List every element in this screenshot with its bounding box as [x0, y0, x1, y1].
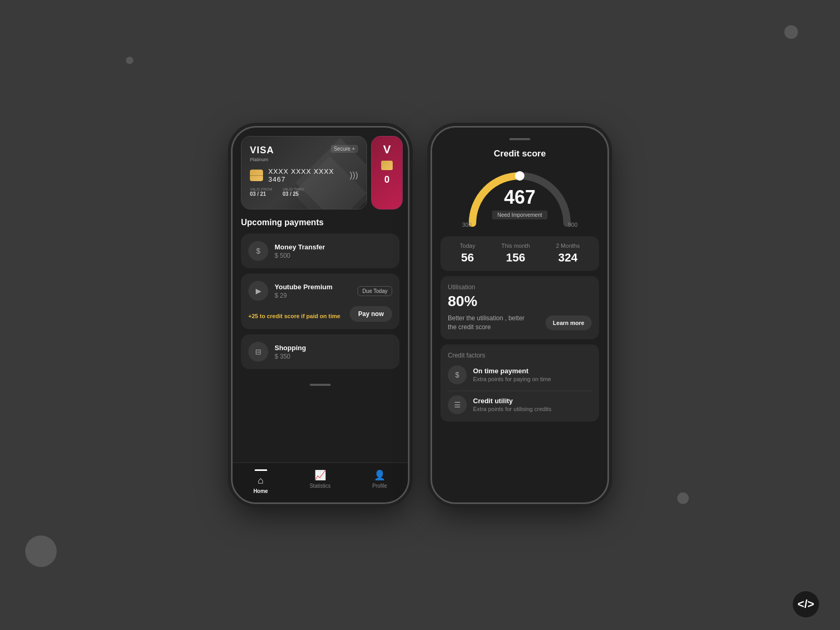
gauge-score-area: 467 Need Imporvement	[492, 192, 547, 219]
stat-2months-period: 2 Months	[556, 243, 580, 249]
stat-month-period: This month	[501, 243, 530, 249]
visa-brand: VISA Platinum	[250, 145, 274, 162]
credit-factors-title: Credit factors	[448, 352, 592, 359]
credit-score-label: Need Imporvement	[492, 211, 547, 219]
scroll-bar	[310, 384, 331, 386]
nav-item-home[interactable]: ⌂ Home	[254, 469, 268, 494]
nav-item-profile[interactable]: 👤 Profile	[372, 469, 387, 494]
on-time-payment-info: On time payment Extra points for paying …	[473, 367, 551, 382]
utilisation-card: Utilisation 80% Better the utilisation ,…	[440, 276, 599, 339]
youtube-pay-row: +25 to credit score if paid on time Pay …	[248, 306, 392, 322]
on-time-payment-desc: Extra points for paying on time	[473, 376, 551, 382]
upcoming-section: Upcoming payments $ Money Transfer $ 500…	[233, 209, 408, 463]
left-phone-screen: VISA Platinum Secure + XXXX XXXX XXXX 34…	[233, 128, 408, 502]
stat-month-value: 156	[506, 251, 526, 265]
bottom-nav: ⌂ Home 📈 Statistics 👤 Profile	[233, 463, 408, 502]
stats-row: Today 56 This month 156 2 Months 324	[440, 236, 599, 271]
stat-2-months: 2 Months 324	[556, 243, 580, 265]
money-transfer-name: Money Transfer	[275, 243, 392, 251]
payment-item-money-transfer: $ Money Transfer $ 500	[241, 234, 400, 268]
second-card-letter: V	[383, 143, 391, 156]
upcoming-title: Upcoming payments	[241, 218, 400, 227]
shopping-amount: $ 350	[275, 353, 392, 360]
card-valid-from: VALID FROM 03 / 21	[250, 187, 272, 197]
money-transfer-icon: $	[248, 241, 268, 261]
deco-circle-4	[677, 492, 689, 504]
utilisation-description: Better the utilisation , better the cred…	[448, 314, 532, 332]
right-phone-screen: Credit score 467 Need Imporvement	[432, 128, 607, 502]
second-card-chip	[381, 161, 393, 170]
visa-logo-text: VISA	[250, 145, 274, 156]
payment-row-2: ▶ Youtube Premium $ 29 Due Today	[248, 281, 392, 301]
left-phone: VISA Platinum Secure + XXXX XXXX XXXX 34…	[231, 126, 410, 504]
money-transfer-info: Money Transfer $ 500	[275, 243, 392, 259]
credit-utility-name: Credit utility	[473, 397, 551, 405]
card-area: VISA Platinum Secure + XXXX XXXX XXXX 34…	[233, 128, 408, 209]
credit-boost-label: to credit score if paid on time	[260, 313, 340, 319]
factor-item-credit-utility: ☰ Credit utility Extra points for utilis…	[448, 395, 592, 414]
youtube-icon: ▶	[248, 281, 268, 301]
utilisation-percent: 80%	[448, 293, 592, 310]
right-phone: Credit score 467 Need Imporvement	[430, 126, 609, 504]
deco-circle-3	[25, 536, 57, 567]
home-active-indicator	[255, 469, 267, 471]
valid-from-value: 03 / 21	[250, 191, 272, 197]
profile-icon: 👤	[374, 469, 385, 481]
payment-row-3: ⊟ Shopping $ 350	[248, 342, 392, 362]
factor-divider	[448, 391, 592, 391]
utilisation-desc-row: Better the utilisation , better the cred…	[448, 314, 592, 332]
credit-utility-info: Credit utility Extra points for utilisin…	[473, 397, 551, 412]
right-screen-content: Credit score 467 Need Imporvement	[432, 128, 607, 502]
valid-from-label: VALID FROM	[250, 187, 272, 191]
stat-today: Today 56	[460, 243, 475, 265]
visa-subtitle: Platinum	[250, 157, 274, 162]
gauge-min: 300	[462, 222, 471, 228]
learn-more-button[interactable]: Learn more	[545, 316, 592, 330]
stat-today-value: 56	[461, 251, 474, 265]
shopping-name: Shopping	[275, 344, 392, 352]
factor-item-on-time: $ On time payment Extra points for payin…	[448, 365, 592, 384]
deco-circle-2	[784, 25, 798, 39]
profile-label: Profile	[372, 483, 387, 489]
credit-boost-text: +25 to credit score if paid on time	[248, 313, 340, 319]
statistics-label: Statistics	[310, 483, 331, 489]
youtube-info: Youtube Premium $ 29	[275, 283, 351, 299]
phones-container: VISA Platinum Secure + XXXX XXXX XXXX 34…	[231, 126, 609, 504]
statistics-icon: 📈	[314, 469, 326, 481]
deco-circle-1	[126, 57, 133, 64]
scroll-indicator	[241, 374, 400, 392]
on-time-payment-name: On time payment	[473, 367, 551, 375]
on-time-payment-icon: $	[448, 365, 467, 384]
svg-point-0	[516, 172, 524, 180]
credit-score-title: Credit score	[440, 149, 599, 159]
payment-item-shopping: ⊟ Shopping $ 350	[241, 334, 400, 369]
stat-today-period: Today	[460, 243, 475, 249]
shopping-icon: ⊟	[248, 342, 268, 362]
nav-item-statistics[interactable]: 📈 Statistics	[310, 469, 331, 494]
credit-factors-card: Credit factors $ On time payment Extra p…	[440, 344, 599, 422]
credit-utility-desc: Extra points for utilising credits	[473, 406, 551, 412]
card-chip	[250, 170, 263, 181]
youtube-name: Youtube Premium	[275, 283, 351, 291]
phone-notch	[509, 138, 530, 140]
home-label: Home	[254, 488, 268, 494]
youtube-amount: $ 29	[275, 292, 351, 299]
money-transfer-amount: $ 500	[275, 252, 392, 259]
second-card[interactable]: V 0	[371, 136, 403, 209]
gauge-max: 900	[568, 222, 578, 228]
gauge-container: 467 Need Imporvement 300 900	[440, 165, 599, 228]
payment-row-1: $ Money Transfer $ 500	[248, 241, 392, 261]
payment-item-youtube: ▶ Youtube Premium $ 29 Due Today +25 to …	[241, 274, 400, 329]
pay-now-button[interactable]: Pay now	[350, 306, 392, 322]
utilisation-title: Utilisation	[448, 284, 592, 291]
stat-2months-value: 324	[558, 251, 578, 265]
visa-card[interactable]: VISA Platinum Secure + XXXX XXXX XXXX 34…	[241, 136, 367, 209]
stat-this-month: This month 156	[501, 243, 530, 265]
due-today-badge: Due Today	[358, 286, 392, 296]
gauge-range: 300 900	[462, 222, 578, 228]
second-card-number: 0	[384, 174, 390, 185]
shopping-info: Shopping $ 350	[275, 344, 392, 360]
credit-score-value: 467	[492, 186, 547, 208]
home-icon: ⌂	[258, 475, 264, 486]
brand-logo: </>	[793, 591, 819, 617]
